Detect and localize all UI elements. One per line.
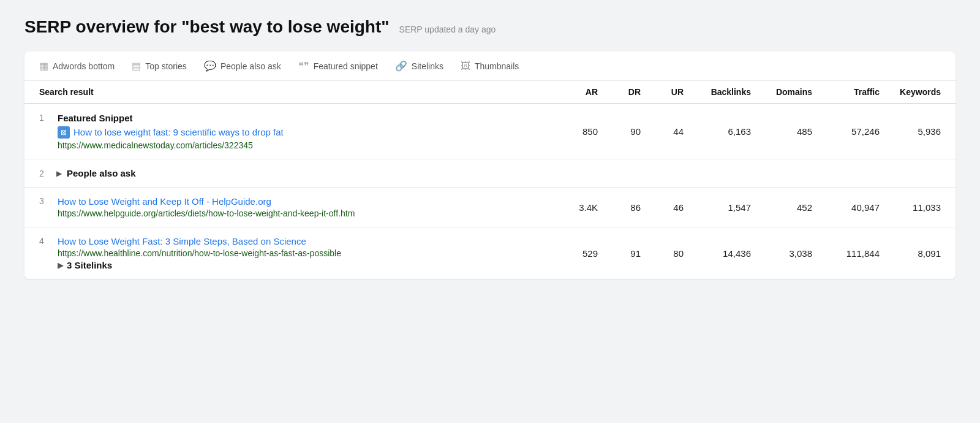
sitelinks-triangle-icon: ▶ (58, 261, 63, 270)
filter-sitelinks[interactable]: 🔗 Sitelinks (395, 60, 443, 72)
col-ur: UR (641, 87, 684, 97)
cell-domains-3: 452 (751, 202, 812, 213)
cell-keywords-1: 5,936 (880, 126, 941, 137)
filter-label-adwords: Adwords bottom (53, 61, 115, 71)
thumbnails-icon: 🖼 (461, 61, 470, 72)
cell-dr-4: 91 (598, 248, 641, 259)
filter-label-top-stories: Top stories (145, 61, 187, 71)
table-row-helpguide: 3 How to Lose Weight and Keep It Off - H… (24, 188, 956, 227)
result-link-4[interactable]: How to Lose Weight Fast: 3 Simple Steps,… (58, 236, 341, 246)
filter-bar: ▦ Adwords bottom ▤ Top stories 💬 People … (24, 51, 956, 81)
sitelinks-expand[interactable]: ▶ 3 Sitelinks (58, 260, 341, 270)
col-traffic: Traffic (812, 87, 880, 97)
result-content-2: 2 ▶ People also ask (39, 168, 549, 178)
filter-adwords-bottom[interactable]: ▦ Adwords bottom (39, 60, 115, 72)
filter-top-stories[interactable]: ▤ Top stories (132, 60, 187, 72)
cell-dr-3: 86 (598, 202, 641, 213)
col-domains: Domains (751, 87, 812, 97)
snippet-icon (58, 126, 70, 139)
result-link-row-1: How to lose weight fast: 9 scientific wa… (58, 125, 284, 139)
filter-thumbnails[interactable]: 🖼 Thumbnails (461, 61, 519, 72)
result-number-4: 4 (39, 236, 51, 246)
cell-keywords-3: 11,033 (880, 202, 941, 213)
filter-label-people-ask: People also ask (221, 61, 281, 71)
col-ar: AR (549, 87, 598, 97)
page-container: SERP overview for "best way to lose weig… (0, 0, 980, 423)
cell-traffic-3: 40,947 (812, 202, 880, 213)
result-cell-4: 4 How to Lose Weight Fast: 3 Simple Step… (39, 236, 549, 270)
main-card: ▦ Adwords bottom ▤ Top stories 💬 People … (24, 51, 956, 279)
filter-people-also-ask[interactable]: 💬 People also ask (204, 60, 281, 72)
cell-ar-4: 529 (549, 248, 598, 259)
result-content-4: 4 How to Lose Weight Fast: 3 Simple Step… (39, 236, 549, 270)
result-cell-2: 2 ▶ People also ask (39, 168, 549, 178)
result-content-1: 1 Featured Snippet How to lose weight fa… (39, 113, 549, 150)
cell-dr-1: 90 (598, 126, 641, 137)
people-ask-icon: 💬 (204, 60, 216, 72)
result-url-3: https://www.helpguide.org/articles/diets… (58, 208, 355, 218)
result-cell-1: 1 Featured Snippet How to lose weight fa… (39, 113, 549, 150)
cell-ar-3: 3.4K (549, 202, 598, 213)
cell-backlinks-3: 1,547 (684, 202, 751, 213)
filter-label-thumbnails: Thumbnails (475, 61, 519, 71)
table-header: Search result AR DR UR Backlinks Domains… (24, 81, 956, 104)
result-cell-3: 3 How to Lose Weight and Keep It Off - H… (39, 196, 549, 218)
col-keywords: Keywords (880, 87, 941, 97)
people-also-ask-label: People also ask (67, 168, 136, 178)
cell-ur-1: 44 (641, 126, 684, 137)
page-title: SERP overview for "best way to lose weig… (24, 17, 390, 37)
col-dr: DR (598, 87, 641, 97)
filter-label-sitelinks: Sitelinks (412, 61, 443, 71)
result-title-block-3: How to Lose Weight and Keep It Off - Hel… (58, 196, 355, 218)
cell-traffic-1: 57,246 (812, 126, 880, 137)
table-row: 1 Featured Snippet How to lose weight fa… (24, 104, 956, 159)
sitelinks-icon: 🔗 (395, 60, 407, 72)
result-content-3: 3 How to Lose Weight and Keep It Off - H… (39, 196, 549, 218)
result-url-1: https://www.medicalnewstoday.com/article… (58, 140, 284, 150)
result-url-4: https://www.healthline.com/nutrition/how… (58, 248, 341, 258)
result-number-3: 3 (39, 196, 51, 206)
result-title-block-4: How to Lose Weight Fast: 3 Simple Steps,… (58, 236, 341, 270)
serp-updated: SERP updated a day ago (399, 25, 496, 34)
table-row-people: 2 ▶ People also ask (24, 159, 956, 188)
cell-ur-4: 80 (641, 248, 684, 259)
cell-domains-4: 3,038 (751, 248, 812, 259)
expand-triangle-icon[interactable]: ▶ (56, 169, 62, 178)
featured-snippet-icon: ❝❞ (298, 60, 309, 72)
cell-backlinks-4: 14,436 (684, 248, 751, 259)
table-row-healthline: 4 How to Lose Weight Fast: 3 Simple Step… (24, 227, 956, 279)
cell-ar-1: 850 (549, 126, 598, 137)
sitelinks-count: 3 Sitelinks (67, 260, 112, 270)
cell-domains-1: 485 (751, 126, 812, 137)
filter-label-featured: Featured snippet (314, 61, 378, 71)
col-search-result: Search result (39, 87, 549, 97)
result-link-1[interactable]: How to lose weight fast: 9 scientific wa… (74, 127, 284, 137)
result-number-2: 2 (39, 169, 51, 178)
result-number-1: 1 (39, 113, 51, 123)
top-stories-icon: ▤ (132, 60, 141, 72)
result-title-block-1: Featured Snippet How to lose weight fast… (58, 113, 284, 150)
cell-traffic-4: 111,844 (812, 248, 880, 259)
result-featured-label: Featured Snippet (58, 113, 284, 123)
adwords-icon: ▦ (39, 60, 48, 72)
result-link-3[interactable]: How to Lose Weight and Keep It Off - Hel… (58, 196, 355, 207)
cell-ur-3: 46 (641, 202, 684, 213)
cell-backlinks-1: 6,163 (684, 126, 751, 137)
cell-keywords-4: 8,091 (880, 248, 941, 259)
col-backlinks: Backlinks (684, 87, 751, 97)
filter-featured-snippet[interactable]: ❝❞ Featured snippet (298, 60, 378, 72)
page-header: SERP overview for "best way to lose weig… (24, 17, 956, 37)
